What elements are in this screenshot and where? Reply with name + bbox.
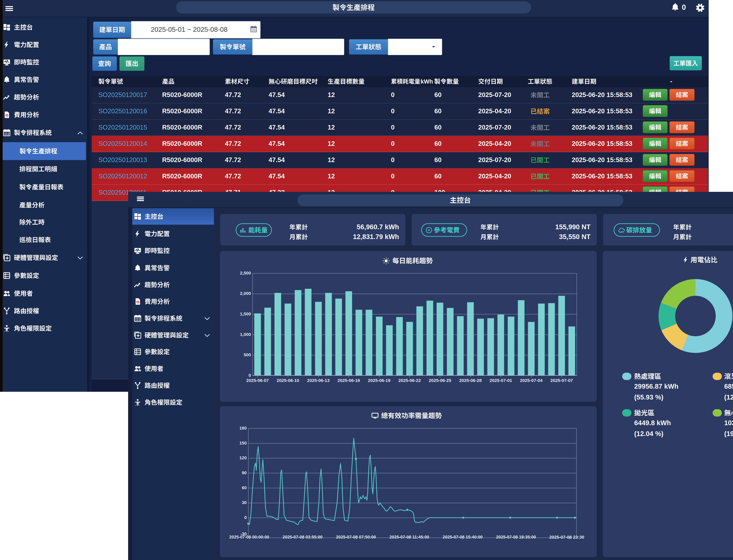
svg-text:$: $ [6,114,8,117]
